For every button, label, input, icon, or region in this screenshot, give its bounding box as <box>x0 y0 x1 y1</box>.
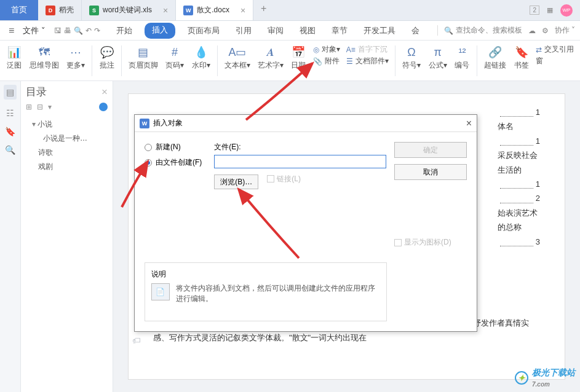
print-icon[interactable]: 🖶 <box>64 26 71 35</box>
save-icon[interactable]: 🖫 <box>54 26 62 35</box>
redo-icon[interactable]: ↷ <box>94 26 100 35</box>
side-bookmark-icon[interactable]: 🔖 <box>5 127 15 136</box>
rb-dropcap[interactable]: A≡首字下沉 <box>346 44 389 55</box>
rb-more[interactable]: ⋯更多▾ <box>63 43 89 72</box>
rb-crossref-col: ⇄交叉引用 窗 <box>533 43 576 68</box>
nav-title: 目录 <box>26 85 47 99</box>
menu-review[interactable]: 审阅 <box>264 23 287 39</box>
close-icon[interactable]: × <box>240 6 245 15</box>
nav-item-novel[interactable]: 小说 <box>26 117 108 131</box>
tab-docx-active[interactable]: W 散文.docx × <box>176 0 253 20</box>
menu-start[interactable]: 开始 <box>113 23 136 39</box>
link-checkbox[interactable]: 链接(L) <box>267 174 301 184</box>
close-icon[interactable]: × <box>163 6 168 15</box>
menu-layout[interactable]: 页面布局 <box>184 23 223 39</box>
dropcap-icon: A≡ <box>346 45 356 54</box>
undo-icon[interactable]: ↶ <box>85 26 92 35</box>
docx-icon: W <box>183 6 193 15</box>
dialog-titlebar[interactable]: W 插入对象 × <box>135 115 477 132</box>
rb-mindmap[interactable]: 🗺思维导图 <box>26 43 62 72</box>
rb-textbox[interactable]: A▭文本框▾ <box>221 43 253 72</box>
tab-daoke[interactable]: D 稻壳 <box>38 0 82 20</box>
menu-more[interactable]: 会 <box>408 23 423 39</box>
rb-bookmark[interactable]: 🔖书签 <box>510 43 532 72</box>
rb-chart[interactable]: 📊泛图 <box>4 43 25 72</box>
divider <box>477 45 477 76</box>
sync-dot-icon[interactable] <box>99 103 108 111</box>
cancel-button[interactable]: 取消 <box>394 164 467 180</box>
rb-attach[interactable]: 📎附件 <box>313 56 340 66</box>
file-label: 文件(E): <box>214 142 386 152</box>
side-search-icon[interactable]: 🔍 <box>5 145 15 155</box>
opt-new[interactable]: 新建(N) <box>145 142 202 152</box>
object-icon: ◎ <box>313 45 319 54</box>
rb-crossref[interactable]: ⇄交叉引用 <box>536 44 574 55</box>
radio-icon[interactable] <box>145 159 152 167</box>
menu-right: 🔍 查找命令、搜索模板 ☁ ⚙ 协作 ˅ <box>437 25 575 36</box>
preview-icon[interactable]: 🔍 <box>74 26 83 35</box>
settings-icon[interactable]: ▾ <box>48 103 52 111</box>
rb-symbol[interactable]: Ω符号▾ <box>399 43 424 72</box>
avatar[interactable]: WP <box>560 4 573 17</box>
sync-icon[interactable]: ☁ <box>528 26 536 35</box>
explain-head: 说明 <box>151 269 380 280</box>
file-input[interactable] <box>214 155 386 168</box>
search-commands[interactable]: 🔍 查找命令、搜索模板 <box>437 25 522 36</box>
rb-comment[interactable]: 💬批注 <box>96 43 117 72</box>
explain-icon: 📄 <box>151 283 170 300</box>
rb-equation[interactable]: π公式▾ <box>425 43 450 72</box>
badge[interactable]: 2 <box>530 6 539 15</box>
menu-view[interactable]: 视图 <box>296 23 319 39</box>
rb-number[interactable]: ¹²编号 <box>451 43 473 72</box>
tab-home[interactable]: 首页 <box>0 0 38 20</box>
rb-object-col: ◎对象▾ 📎附件 <box>311 43 343 68</box>
menu-ref[interactable]: 引用 <box>232 23 255 39</box>
rb-date[interactable]: 📅日期 <box>288 43 309 72</box>
nav-item-drama[interactable]: 戏剧 <box>26 160 108 174</box>
close-icon[interactable]: × <box>466 118 472 129</box>
tag-icon[interactable]: 🏷 <box>132 333 141 348</box>
parts-icon: ☰ <box>346 57 353 66</box>
close-icon[interactable]: × <box>101 86 108 98</box>
collapse-icon[interactable]: ⊟ <box>37 103 43 111</box>
rb-watermark[interactable]: 💧水印▾ <box>188 43 213 72</box>
browse-button[interactable]: 浏览(B)… <box>214 174 258 189</box>
rb-object[interactable]: ◎对象▾ <box>313 44 340 55</box>
share-icon[interactable]: ⚙ <box>542 26 549 35</box>
collab-button[interactable]: 协作 ˅ <box>555 25 575 36</box>
side-nav-icon[interactable]: ☷ <box>6 108 14 118</box>
expand-icon[interactable]: ⊞ <box>26 103 32 111</box>
ok-button[interactable]: 确定 <box>394 142 467 158</box>
toc-line: 体名 <box>498 119 540 133</box>
menu-file[interactable]: 文件 ˅ <box>19 24 49 37</box>
hamburger-icon[interactable]: ≡ <box>5 24 18 37</box>
rb-headerfooter[interactable]: ▤页眉页脚 <box>125 43 161 72</box>
apps-icon[interactable]: ▦ <box>547 6 553 14</box>
tab-add[interactable]: + <box>253 0 274 20</box>
menu-devtools[interactable]: 开发工具 <box>360 23 399 39</box>
radio-icon[interactable] <box>145 144 152 151</box>
dialog-left: 新建(N) 由文件创建(F) 文件(E): 浏览(B)… 链接(L) <box>145 142 387 321</box>
tab-label: 散文.docx <box>197 5 229 15</box>
explain-text: 将文件内容插入到文档，然后可以调用创建此文件的应用程序进行编辑。 <box>176 283 380 304</box>
nav-item-poem[interactable]: 诗歌 <box>26 146 108 160</box>
menu-insert[interactable]: 插入 <box>145 23 175 39</box>
menu-chapter[interactable]: 章节 <box>328 23 351 39</box>
insert-object-dialog: W 插入对象 × 新建(N) 由文件创建(F) 文件(E): <box>134 114 477 332</box>
rb-window[interactable]: 窗 <box>536 56 574 66</box>
opt-fromfile[interactable]: 由文件创建(F) <box>145 157 202 168</box>
side-outline-icon[interactable]: ▤ <box>4 85 17 100</box>
rb-parts[interactable]: ☰文档部件▾ <box>346 56 389 66</box>
divider <box>121 45 122 76</box>
rb-pagenum[interactable]: #页码▾ <box>162 43 188 72</box>
xls-icon: S <box>89 6 99 15</box>
explain-box: 说明 📄 将文件内容插入到文档，然后可以调用创建此文件的应用程序进行编辑。 <box>145 262 387 321</box>
toc-line: 3 <box>498 235 540 249</box>
nav-item-novel-sub[interactable]: 小说是一种… <box>26 131 108 146</box>
rb-wordart[interactable]: 𝑨艺术字▾ <box>255 43 287 72</box>
toc-line: 始表演艺术的总称 <box>498 206 540 235</box>
rb-hyperlink[interactable]: 🔗超链接 <box>481 43 509 72</box>
tab-xls[interactable]: S word关键词.xls × <box>82 0 176 20</box>
asicon-checkbox[interactable]: 显示为图标(D) <box>394 237 467 248</box>
dialog-body: 新建(N) 由文件创建(F) 文件(E): 浏览(B)… 链接(L) <box>135 132 477 331</box>
